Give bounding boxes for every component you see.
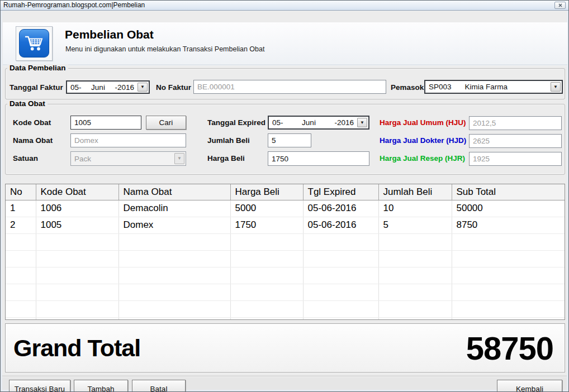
table-empty-cell [303,250,378,267]
table-empty-cell [118,317,230,320]
satuan-dropdown[interactable]: Pack ▼ [70,151,186,166]
table-empty-cell [303,317,378,320]
table-cell: Domex [118,217,230,233]
table-empty-cell [303,267,378,284]
dropdown-arrow-button[interactable]: ▼ [551,82,561,92]
batal-button[interactable]: Batal [132,380,186,392]
table-empty-cell [118,284,230,300]
table-empty-cell [230,300,303,317]
purchase-table-container[interactable]: NoKode ObatNama ObatHarga BeliTgl Expire… [5,184,565,320]
hjr-value: 1925 [473,155,490,163]
table-header-cell[interactable]: No [6,184,36,200]
cari-button[interactable]: Cari [146,116,186,130]
hju-field[interactable]: 2012,5 [469,116,562,130]
footer-bar: Transaksi Baru Tambah Batal Kembali [2,376,567,390]
pemasok-dropdown[interactable]: SP003 Kimia Farma ▼ [424,80,563,94]
table-cell: 10 [378,200,452,217]
table-cell: 8750 [452,217,565,233]
kode-obat-input[interactable]: 1005 [70,116,141,130]
grand-total-panel: Grand Total 58750 [5,323,565,372]
table-cell: 2 [6,217,36,233]
satuan-value: Pack [74,155,91,163]
table-empty-row [6,284,565,300]
table-header-cell[interactable]: Nama Obat [118,184,230,200]
client-area: Pembelian Obat Menu ini digunakan untuk … [1,11,568,391]
table-empty-cell [230,284,303,300]
hjd-value: 2625 [473,137,490,145]
table-cell: 05-06-2016 [303,200,378,217]
chevron-down-icon: ▼ [177,156,182,161]
tanggal-faktur-label: Tanggal Faktur [10,83,63,92]
harga-beli-label: Harga Beli [207,154,245,162]
date-year: -2016 [115,83,134,92]
table-empty-cell [36,233,118,250]
table-cell: 5 [378,217,452,233]
table-empty-cell [36,300,118,317]
title-bar[interactable]: Rumah-Pemrograman.blogspot.com|Pembelian [1,1,568,11]
table-cell: Demacolin [118,200,230,217]
kode-obat-label: Kode Obat [13,118,51,127]
dropdown-arrow-button[interactable]: ▼ [137,83,148,92]
tanggal-expired-label: Tanggal Expired [207,118,265,127]
table-cell: 1750 [230,217,303,233]
table-header-cell[interactable]: Tgl Expired [303,184,378,200]
table-empty-cell [452,267,565,284]
table-header-cell[interactable]: Sub Total [452,184,565,200]
table-empty-cell [230,233,303,250]
date-day: 05- [272,118,283,127]
table-empty-cell [452,284,565,300]
grand-total-label: Grand Total [13,334,140,362]
table-empty-cell [378,300,452,317]
table-empty-cell [452,317,565,320]
jumlah-beli-input[interactable]: 5 [268,133,311,147]
table-header-cell[interactable]: Jumlah Beli [378,184,452,200]
table-empty-cell [36,284,118,300]
tambah-label: Tambah [87,385,114,392]
no-faktur-field[interactable]: BE.000001 [193,80,386,94]
dropdown-arrow-button: ▼ [174,153,184,164]
hjr-field[interactable]: 1925 [469,152,562,166]
pemasok-name: Kimia Farma [465,83,508,91]
table-empty-cell [303,233,378,250]
tanggal-faktur-dropdown[interactable]: 05- Juni -2016 ▼ [66,80,150,94]
tambah-button[interactable]: Tambah [74,380,128,392]
table-empty-cell [230,317,303,320]
window-title: Rumah-Pemrograman.blogspot.com|Pembelian [3,1,145,9]
table-empty-row [6,317,565,320]
hjd-field[interactable]: 2625 [469,134,562,148]
table-row[interactable]: 11006Demacolin500005-06-20161050000 [6,200,565,217]
pemasok-label: Pemasok [391,83,424,92]
cari-button-label: Cari [159,118,173,127]
dropdown-arrow-button[interactable]: ▼ [357,118,367,127]
table-empty-cell [303,300,378,317]
nama-obat-value: Domex [74,136,98,145]
close-button[interactable] [554,2,566,9]
table-empty-cell [6,300,36,317]
date-month: Juni [302,118,316,127]
table-empty-cell [36,267,118,284]
table-empty-cell [452,233,565,250]
table-empty-cell [118,300,230,317]
table-empty-cell [6,233,36,250]
transaksi-baru-button[interactable]: Transaksi Baru [9,380,70,392]
close-icon [558,1,562,10]
hju-label: Harga Jual Umum (HJU) [380,118,466,127]
page-subtitle: Menu ini digunakan untuk melakukan Trans… [65,45,264,53]
tanggal-expired-dropdown[interactable]: 05- Juni -2016 ▼ [268,116,369,130]
no-faktur-value: BE.000001 [197,83,235,91]
app-window: Rumah-Pemrograman.blogspot.com|Pembelian [0,0,569,392]
table-cell: 1 [6,200,36,217]
table-empty-cell [452,250,565,267]
table-header-row: NoKode ObatNama ObatHarga BeliTgl Expire… [6,184,565,200]
table-header-cell[interactable]: Kode Obat [36,184,118,200]
kembali-button[interactable]: Kembali [497,380,562,392]
table-empty-row [6,300,565,317]
nama-obat-label: Nama Obat [13,136,53,145]
nama-obat-field[interactable]: Domex [70,133,186,147]
harga-beli-input[interactable]: 1750 [268,151,369,166]
pemasok-code: SP003 [429,83,452,91]
table-header-cell[interactable]: Harga Beli [230,184,303,200]
table-empty-row [6,250,565,267]
table-row[interactable]: 21005Domex175005-06-201658750 [6,217,565,233]
table-empty-cell [303,284,378,300]
